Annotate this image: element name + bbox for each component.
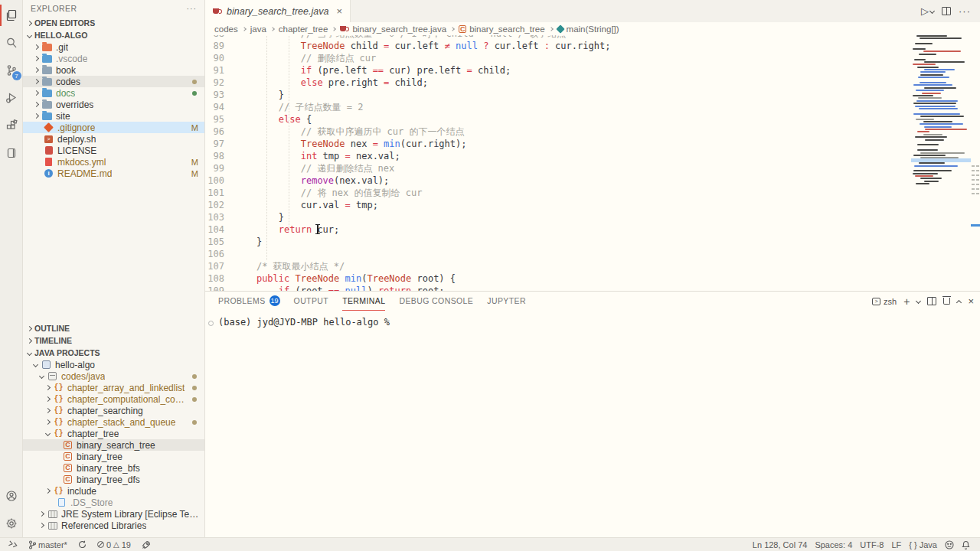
notebook-icon[interactable] [0,139,23,167]
folder-icon [42,78,52,86]
terminal-dropdown-icon[interactable] [916,299,920,303]
kill-terminal-icon[interactable] [943,298,950,305]
license-icon [44,145,54,155]
breadcrumb-method[interactable]: main(String[]) [557,24,619,34]
file-row-git[interactable]: .git [23,41,204,53]
remote-indicator[interactable] [5,538,21,551]
tab-terminal[interactable]: TERMINAL [342,292,385,311]
file-row-readme[interactable]: iREADME.mdM [23,168,204,179]
mouse-cursor [317,224,318,234]
jp-row-project[interactable]: hello-algo [23,359,204,370]
section-root-folder[interactable]: HELLO-ALGO [23,29,204,41]
encoding-item[interactable]: UTF-8 [856,540,887,549]
search-icon[interactable] [0,29,23,57]
code-line: 105 } [205,236,911,248]
tab-binary-search-tree[interactable]: binary_search_tree.java × [205,0,351,22]
sync-item[interactable] [74,538,90,551]
section-open-editors[interactable]: OPEN EDITORS [23,17,204,29]
code-line: 90 // 删除结点 cur [205,52,911,64]
file-row-license[interactable]: LICENSE [23,145,204,156]
jp-row-binary-tree[interactable]: Cbinary_tree [23,451,204,462]
breadcrumb-java[interactable]: java [250,24,266,34]
file-row-overrides[interactable]: overrides [23,99,204,110]
errors-icon [97,541,104,548]
package-icon: {} [54,417,64,427]
problems-item[interactable]: 0 △19 [93,538,135,551]
code-line: 97 TreeNode nex = min(cur.right); [205,138,911,150]
jp-row-jre[interactable]: JRE System Library [Eclipse Temurin 17 [… [23,508,204,520]
jp-row-chapter-tree[interactable]: {}chapter_tree [23,428,204,439]
breadcrumb-codes[interactable]: codes [214,24,238,34]
language-mode-item[interactable]: { }Java [905,540,941,549]
file-row-docs[interactable]: docs [23,87,204,99]
jp-row-binary-tree-bfs[interactable]: Cbinary_tree_bfs [23,462,204,474]
overview-ruler[interactable] [971,35,980,291]
jp-row-binary-tree-dfs[interactable]: Cbinary_tree_dfs [23,474,204,485]
explorer-more-actions[interactable]: ··· [187,4,198,13]
git-modified-dot [192,374,197,379]
folder-icon [42,55,52,63]
code-line: 93 } [205,89,911,101]
package-icon: {} [54,383,64,393]
run-debug-icon[interactable] [0,84,23,112]
maximize-panel-icon[interactable] [957,298,961,305]
jp-row-include[interactable]: {}include [23,485,204,497]
file-row-gitignore[interactable]: .gitignoreM [23,122,204,133]
file-row-codes[interactable]: codes [23,76,204,87]
terminal[interactable]: (base) jyd@JYD-MBP hello-algo % [205,311,980,537]
source-control-icon[interactable]: 7 [0,57,23,84]
breadcrumb-class[interactable]: Cbinary_search_tree [459,24,544,34]
jp-row-ds-store[interactable]: .DS_Store [23,497,204,508]
jp-row-chapter-stack[interactable]: {}chapter_stack_and_queue [23,416,204,428]
file-row-vscode[interactable]: .vscode [23,53,204,64]
indentation-item[interactable]: Spaces: 4 [811,540,856,549]
shell-selector[interactable]: >zsh [872,297,897,306]
settings-gear-icon[interactable] [0,510,23,537]
jp-row-chapter-complexity[interactable]: {}chapter_computational_complexity [23,393,204,405]
split-editor-icon[interactable] [942,7,951,15]
terminal-prompt: (base) jyd@JYD-MBP hello-algo % [218,317,390,328]
jp-row-referenced-libs[interactable]: Referenced Libraries [23,520,204,531]
git-modified-dot [192,80,197,84]
feedback-smiley-icon[interactable] [941,540,958,549]
breadcrumb-chapter-tree[interactable]: chapter_tree [279,24,328,34]
file-row-deploy[interactable]: >deploy.sh [23,133,204,145]
accounts-icon[interactable] [0,482,23,510]
class-icon: C [63,463,73,473]
code-editor[interactable]: 88 // 当子结点数量 = 0 / 1 时， child = null / 该… [205,35,980,291]
cursor-position-marker [971,224,980,227]
jp-row-codes-java[interactable]: codes/java [23,370,204,382]
jp-row-chapter-searching[interactable]: {}chapter_searching [23,405,204,416]
breadcrumb-file[interactable]: binary_search_tree.java [340,24,446,34]
tab-jupyter[interactable]: JUPYTER [487,292,526,311]
tab-debug-console[interactable]: DEBUG CONSOLE [399,292,473,311]
yaml-file-icon [44,157,54,167]
run-button[interactable]: ▷ [921,5,934,17]
tab-output[interactable]: OUTPUT [294,292,329,311]
tab-problems[interactable]: PROBLEMS19 [218,292,280,311]
jp-row-chapter-array[interactable]: {}chapter_array_and_linkedlist [23,382,204,393]
notifications-bell-icon[interactable] [958,540,974,549]
explorer-icon[interactable] [0,2,23,29]
split-terminal-icon[interactable] [927,297,936,305]
file-row-site[interactable]: site [23,110,204,122]
close-panel-icon[interactable]: × [968,295,974,307]
cursor-position-item[interactable]: Ln 128, Col 74 [749,540,812,549]
extensions-icon[interactable] [0,112,23,139]
file-row-book[interactable]: book [23,64,204,76]
minimap[interactable] [911,35,971,291]
section-timeline[interactable]: TIMELINE [23,334,204,347]
eol-item[interactable]: LF [888,540,906,549]
code-line: 89 TreeNode child = cur.left ≠ null ? cu… [205,40,911,52]
breadcrumb: codes java chapter_tree binary_search_tr… [205,22,980,35]
editor-more-actions[interactable]: ··· [959,5,971,17]
folder-icon [42,101,52,109]
file-row-mkdocs[interactable]: mkdocs.ymlM [23,156,204,168]
section-java-projects[interactable]: JAVA PROJECTS [23,347,204,359]
new-terminal-button[interactable]: + [903,295,910,308]
java-lightweight-mode-item[interactable] [138,538,155,551]
section-outline[interactable]: OUTLINE [23,322,204,334]
jp-row-binary-search-tree[interactable]: Cbinary_search_tree [23,439,204,451]
tab-close-icon[interactable]: × [336,5,342,17]
git-branch-item[interactable]: master* [24,538,71,551]
